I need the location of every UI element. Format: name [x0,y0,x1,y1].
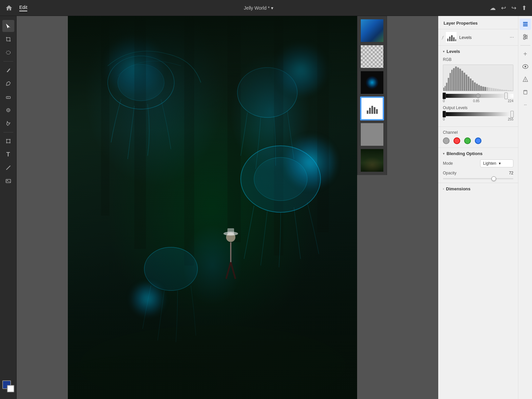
svg-rect-56 [450,73,451,91]
right-bar-divider [520,45,530,46]
svg-rect-63 [464,73,465,91]
svg-rect-71 [480,86,482,91]
channel-blue[interactable] [475,137,481,144]
svg-rect-44 [374,107,375,114]
paint-tool[interactable] [2,78,14,90]
document-title[interactable]: Jelly World * ▾ [244,5,273,11]
layer-thumb-5[interactable] [360,122,384,146]
levels-collapse-arrow: ▾ [443,50,445,53]
delete-layer-button[interactable] [520,86,531,98]
svg-point-28 [234,352,357,399]
channel-gray[interactable] [443,137,450,144]
svg-rect-67 [472,81,473,91]
svg-rect-0 [7,38,10,41]
layers-panel-button[interactable] [520,19,531,30]
spot-heal-tool[interactable] [2,117,14,129]
svg-rect-22 [227,16,241,242]
black-point-handle[interactable] [443,93,446,99]
blending-options-section: ▾ Blending Options Mode Lighten ▾ Opacit… [438,148,518,183]
svg-rect-87 [523,25,528,26]
panel-layer-name: Levels [459,35,507,40]
svg-rect-72 [482,87,484,91]
clone-tool[interactable] [2,104,14,116]
svg-rect-82 [503,90,505,91]
levels-section-header[interactable]: ▾ Levels [443,49,513,54]
svg-rect-89 [523,22,528,23]
layer-thumb-2[interactable] [360,45,384,69]
canvas-image[interactable] [68,16,357,399]
background-color[interactable] [7,385,14,392]
svg-rect-25 [101,16,109,216]
opacity-row: Opacity 72 [443,171,513,175]
blend-mode-dropdown[interactable]: Lighten ▾ [480,159,513,167]
svg-point-13 [6,139,7,140]
channel-green[interactable] [464,137,471,144]
top-bar-right: ☁ ↩ ↪ ⬆ [490,4,527,12]
dimensions-header[interactable]: › Dimensions [443,186,513,191]
blending-title: Blending Options [447,151,482,156]
output-white-handle[interactable] [510,111,514,117]
svg-rect-80 [499,89,501,91]
channel-red[interactable] [454,137,460,144]
opacity-slider-thumb[interactable] [491,176,496,181]
panel-layer-thumb[interactable] [446,32,457,43]
more-options-button[interactable]: ··· [520,99,531,110]
brush-tool[interactable] [2,64,14,76]
select-tool[interactable] [2,20,14,32]
channel-label: RGB [443,57,513,62]
output-values-row: 0 255 [443,117,513,121]
output-black-handle[interactable] [443,111,446,117]
svg-rect-85 [510,90,511,91]
add-layer-button[interactable]: + [520,48,531,60]
mask-button[interactable] [520,74,531,85]
svg-point-34 [144,247,198,291]
crop-tool[interactable] [2,33,14,45]
layer-thumb-4-levels[interactable] [360,97,384,120]
svg-rect-100 [524,91,527,94]
svg-point-99 [525,81,526,81]
lasso-tool[interactable] [2,47,14,59]
edit-tab[interactable]: Edit [19,5,27,11]
share-icon[interactable]: ⬆ [522,4,527,12]
transform-tool[interactable] [2,135,14,147]
white-point-handle[interactable] [504,93,508,99]
image-tool[interactable] [2,175,14,187]
tool-divider-1 [3,61,13,62]
layer-thumb-6[interactable] [360,148,384,172]
svg-point-38 [226,233,235,242]
svg-rect-57 [451,70,453,91]
layer-thumb-1[interactable] [360,19,384,43]
dimensions-title: Dimensions [446,186,470,191]
svg-rect-62 [462,71,463,91]
svg-rect-23 [274,16,283,256]
svg-point-30 [118,64,164,101]
mid-point-value: 0.85 [473,99,479,103]
line-tool[interactable] [2,162,14,174]
white-point-value: 224 [508,99,513,103]
undo-icon[interactable]: ↩ [501,4,506,12]
eraser-tool[interactable] [2,91,14,103]
home-icon[interactable] [5,4,13,12]
channel-section: Channel [438,127,518,148]
svg-point-5 [6,51,10,54]
mode-label: Mode [443,161,453,166]
svg-rect-54 [446,83,447,91]
cloud-icon[interactable]: ☁ [490,4,496,12]
layer-thumbs-panel [357,16,387,175]
panel-more-button[interactable]: ··· [510,34,514,40]
svg-point-93 [525,36,527,38]
layer-row: 𝑓 Levels ··· [438,29,518,46]
type-tool[interactable]: T [2,148,14,160]
adjustments-panel-button[interactable] [520,31,531,43]
blending-header[interactable]: ▾ Blending Options [443,151,513,156]
visibility-button[interactable] [520,61,531,72]
jellyfish-1 [101,36,168,96]
levels-title: Levels [447,49,460,54]
svg-rect-20 [134,16,146,249]
layer-thumb-3[interactable] [360,71,384,95]
svg-rect-43 [371,106,373,114]
redo-icon[interactable]: ↪ [511,4,516,12]
svg-point-32 [241,146,321,212]
svg-rect-79 [497,89,499,91]
midpoint-handle[interactable] [476,94,480,98]
